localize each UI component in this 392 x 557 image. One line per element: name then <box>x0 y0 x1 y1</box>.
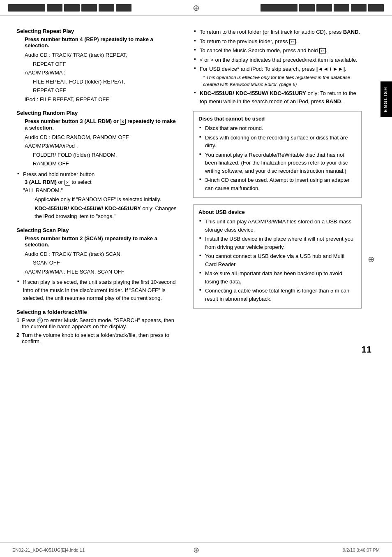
scan-bullet-1: If scan play is selected, the unit start… <box>16 278 177 302</box>
top-bar-block-1 <box>8 4 45 12</box>
top-bar-block-2 <box>47 4 62 12</box>
discs-box-title: Discs that cannot be used <box>198 116 356 122</box>
random-dash-2: KDC-4551UB/ KDC-455UW/ KDC-4651URY only:… <box>30 204 177 220</box>
right-bullet-3: To cancel the Music Search mode, press a… <box>193 46 362 55</box>
random-bullets: Press and hold number button 3 (ALL RDM)… <box>16 170 177 220</box>
top-bar-block-3 <box>64 4 80 12</box>
random-bullet-1: Press and hold number button 3 (ALL RDM)… <box>16 170 177 220</box>
usb-item-4: Make sure all important data has been ba… <box>198 269 356 285</box>
discs-box: Discs that cannot be used Discs that are… <box>193 111 362 198</box>
step-2: 2 Turn the volume knob to select a folde… <box>16 332 177 344</box>
top-bar: ⊕ <box>0 0 392 16</box>
step-1-num: 1 <box>16 317 19 330</box>
top-bar-block-5 <box>99 4 114 12</box>
usb-item-2: Install the USB device in the place wher… <box>198 235 356 251</box>
usb-item-5: Connecting a cable whose total length is… <box>198 287 356 303</box>
page-number: 11 <box>362 344 371 355</box>
page-content: Selecting Repeat Play Press number butto… <box>0 16 392 363</box>
disc-item-1: Discs that are not round. <box>198 124 356 132</box>
right-bullet-list: To return to the root folder (or first t… <box>193 28 362 105</box>
top-bar-right-blocks <box>261 4 384 12</box>
scan-play-subtitle: Press number button 2 (SCAN) repeatedly … <box>16 235 177 248</box>
compass-icon-right: ⊕ <box>368 254 375 264</box>
right-bullet-4: < or > on the display indicates that pre… <box>193 56 362 64</box>
step-2-num: 2 <box>16 332 19 344</box>
top-bar-block-r1 <box>261 4 297 12</box>
disc-item-2: Discs with coloring on the recording sur… <box>198 134 356 150</box>
right-bullet-1: To return to the root folder (or first t… <box>193 28 362 36</box>
folder-track-numbered: 1 Press 🔍 to enter Music Search mode. "S… <box>16 317 177 345</box>
scan-bullets: If scan play is selected, the unit start… <box>16 278 177 302</box>
right-column: To return to the root folder (or first t… <box>185 24 374 355</box>
scan-play-title: Selecting Scan Play <box>16 227 177 233</box>
usb-item-3: You cannot connect a USB device via a US… <box>198 252 356 268</box>
language-tab: ENGLISH <box>380 81 392 117</box>
repeat-line-4: FILE REPEAT, FOLD (folder) REPEAT, <box>25 78 177 86</box>
repeat-line-1: Audio CD : TRACK/ TRAC (track) REPEAT, <box>25 51 177 59</box>
top-bar-block-r6 <box>368 4 384 12</box>
random-line-1: Audio CD : DISC RANDOM, RANDOM OFF <box>25 133 177 142</box>
footer-left: EN02-21_KDC-4051UG[E]4.indd 11 <box>12 548 85 552</box>
disc-item-4: 3-inch CD cannot be used. Attempt to ins… <box>198 176 356 192</box>
folder-track-title: Selecting a folder/track/file <box>16 309 177 315</box>
step-1: 1 Press 🔍 to enter Music Search mode. "S… <box>16 317 177 330</box>
repeat-play-subtitle: Press number button 4 (REP) repeatedly t… <box>16 36 177 49</box>
usb-item-1: This unit can play AAC/MP3/WMA files sto… <box>198 218 356 234</box>
random-play-subtitle: Press number button 3 (ALL RDM) or ✕ rep… <box>16 118 177 131</box>
right-bullet-5: For USB device* and iPod: To skip search… <box>193 65 362 88</box>
top-bar-left-blocks <box>8 4 131 12</box>
random-line-2: AAC/MP3/WMA/iPod : <box>25 142 177 150</box>
section-folder-track: Selecting a folder/track/file 1 Press 🔍 … <box>16 309 177 345</box>
scan-line-1: Audio CD : TRACK/ TRAC (track) SCAN, <box>25 250 177 258</box>
top-bar-block-6 <box>116 4 131 12</box>
footer: EN02-21_KDC-4051UG[E]4.indd 11 ⊕ 9/2/10 … <box>0 542 392 557</box>
compass-icon-top: ⊕ <box>193 3 200 13</box>
repeat-line-5: REPEAT OFF <box>25 86 177 95</box>
scan-play-lines: Audio CD : TRACK/ TRAC (track) SCAN, SCA… <box>16 250 177 276</box>
section-random-play: Selecting Random Play Press number butto… <box>16 110 177 220</box>
top-bar-block-r3 <box>316 4 332 12</box>
left-column: Selecting Repeat Play Press number butto… <box>0 24 185 355</box>
compass-icon-bottom: ⊕ <box>193 545 199 555</box>
repeat-play-title: Selecting Repeat Play <box>16 28 177 34</box>
repeat-line-3: AAC/MP3/WMA : <box>25 69 177 77</box>
top-bar-block-r4 <box>334 4 349 12</box>
random-dash-1: Applicable only if "RANDOM OFF" is selec… <box>30 195 177 204</box>
right-bullet-6: KDC-4551UB/ KDC-455UW/ KDC-4651URY only:… <box>193 89 362 105</box>
random-play-title: Selecting Random Play <box>16 110 177 116</box>
top-bar-block-4 <box>81 4 97 12</box>
asterisk-note: * This operation is effective only for t… <box>200 74 362 88</box>
section-scan-play: Selecting Scan Play Press number button … <box>16 227 177 302</box>
random-dash-list: Applicable only if "RANDOM OFF" is selec… <box>23 195 177 220</box>
footer-right: 9/2/10 3:46:07 PM <box>343 548 380 552</box>
random-play-lines: Audio CD : DISC RANDOM, RANDOM OFF AAC/M… <box>16 133 177 168</box>
repeat-line-2: REPEAT OFF <box>25 60 177 68</box>
top-bar-block-r2 <box>299 4 315 12</box>
usb-bullet-list: This unit can play AAC/MP3/WMA files sto… <box>198 218 356 303</box>
step-2-text: Turn the volume knob to select a folder/… <box>22 332 177 344</box>
random-line-4: RANDOM OFF <box>25 160 177 168</box>
top-bar-block-r5 <box>351 4 367 12</box>
repeat-line-6: iPod : FILE REPEAT, REPEAT OFF <box>25 95 177 104</box>
section-repeat-play: Selecting Repeat Play Press number butto… <box>16 28 177 103</box>
discs-bullet-list: Discs that are not round. Discs with col… <box>198 124 356 192</box>
repeat-play-lines: Audio CD : TRACK/ TRAC (track) REPEAT, R… <box>16 51 177 103</box>
random-line-3: FOLDER/ FOLD (folder) RANDOM, <box>25 151 177 159</box>
scan-line-2: SCAN OFF <box>25 259 177 267</box>
right-bullet-2: To return to the previous folder, press … <box>193 37 362 46</box>
step-1-text: Press 🔍 to enter Music Search mode. "SEA… <box>22 317 177 330</box>
usb-box-title: About USB device <box>198 209 356 215</box>
usb-box: About USB device This unit can play AAC/… <box>193 204 362 309</box>
disc-item-3: You cannot play a Recordable/ReWritable … <box>198 151 356 175</box>
scan-line-3: AAC/MP3/WMA : FILE SCAN, SCAN OFF <box>25 268 177 276</box>
